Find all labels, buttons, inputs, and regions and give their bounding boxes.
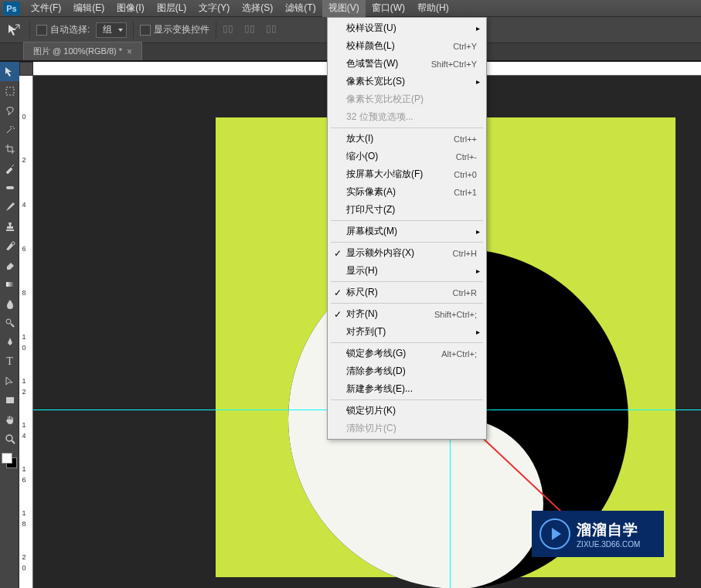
move-tool[interactable] (0, 62, 19, 81)
stamp-tool[interactable] (0, 216, 19, 236)
transform-controls-checkbox[interactable]: 显示变换控件 (140, 23, 209, 36)
history-brush-tool[interactable] (0, 236, 19, 255)
menu-item[interactable]: 屏幕模式(M) (328, 223, 486, 240)
menu-item[interactable]: 锁定切片(K) (328, 402, 486, 420)
menu-item[interactable]: 显示额外内容(X)Ctrl+H (328, 244, 486, 262)
ruler-label: 1 0 (20, 333, 28, 349)
menu-filter[interactable]: 滤镜(T) (279, 0, 322, 17)
ruler-label: 1 8 (20, 509, 28, 525)
menu-item-label: 缩小(O) (346, 150, 378, 163)
color-swatches[interactable] (0, 451, 19, 473)
menu-item[interactable]: 像素长宽比(S) (328, 73, 486, 90)
magic-wand-tool[interactable] (0, 120, 19, 139)
menu-item[interactable]: 色域警告(W)Shift+Ctrl+Y (328, 55, 486, 73)
ruler-label: 4 (20, 201, 28, 206)
menu-item[interactable]: 校样颜色(L)Ctrl+Y (328, 37, 486, 55)
menu-item-label: 实际像素(A) (346, 185, 396, 199)
svg-line-8 (12, 440, 15, 444)
watermark-title: 溜溜自学 (577, 520, 640, 540)
svg-point-11 (434, 480, 482, 528)
align-icon[interactable]: ▯▯ (223, 23, 238, 37)
menu-item[interactable]: 标尺(R)Ctrl+R (328, 284, 486, 301)
align-icon[interactable]: ▯▯ (266, 23, 281, 37)
menu-window[interactable]: 窗口(W) (366, 0, 411, 17)
menu-edit[interactable]: 编辑(E) (67, 0, 111, 17)
menu-item[interactable]: 清除参考线(D) (328, 362, 486, 380)
menu-file[interactable]: 文件(F) (25, 0, 67, 17)
close-icon[interactable]: × (127, 46, 132, 57)
ruler-label: 6 (20, 245, 28, 250)
rectangle-tool[interactable] (0, 390, 19, 410)
lasso-tool[interactable] (0, 100, 19, 120)
align-icon[interactable]: ▯▯ (244, 23, 260, 37)
menu-item[interactable]: 对齐到(T) (328, 323, 486, 341)
menu-item: 32 位预览选项... (328, 108, 486, 126)
menu-item[interactable]: 显示(H) (328, 262, 486, 280)
menu-item-label: 按屏幕大小缩放(F) (346, 168, 423, 181)
svg-rect-0 (6, 87, 14, 95)
menu-item[interactable]: 实际像素(A)Ctrl+1 (328, 183, 486, 201)
auto-select-checkbox[interactable]: 自动选择: (36, 23, 90, 36)
menu-item[interactable]: 锁定参考线(G)Alt+Ctrl+; (328, 345, 486, 362)
eyedropper-tool[interactable] (0, 158, 19, 178)
menu-item-shortcut: Ctrl+H (453, 249, 477, 258)
group-select[interactable]: 组 (96, 22, 127, 38)
type-tool[interactable]: T (0, 352, 19, 371)
blur-tool[interactable] (0, 294, 19, 313)
ruler-vertical[interactable]: 0 2 4 6 8 1 0 1 2 1 4 1 6 1 8 2 0 (19, 76, 33, 588)
ruler-origin[interactable] (19, 62, 33, 76)
menu-item-shortcut: Ctrl+R (453, 288, 477, 297)
dodge-tool[interactable] (0, 313, 19, 332)
crop-tool[interactable] (0, 139, 19, 158)
svg-rect-6 (6, 397, 14, 403)
marquee-tool[interactable] (0, 81, 19, 100)
menu-item[interactable]: 放大(I)Ctrl++ (328, 130, 486, 148)
svg-point-2 (12, 242, 15, 245)
menu-item[interactable]: 新建参考线(E)... (328, 380, 486, 398)
document-tab[interactable]: 图片 @ 100%(RGB/8) * × (23, 42, 142, 60)
menu-item-shortcut: Ctrl++ (454, 134, 477, 144)
menu-item[interactable]: 对齐(N)Shift+Ctrl+; (328, 305, 486, 323)
menu-separator (331, 303, 483, 304)
menu-image[interactable]: 图像(I) (111, 0, 150, 17)
foreground-swatch[interactable] (2, 453, 12, 464)
zoom-tool[interactable] (0, 429, 19, 448)
play-icon (539, 518, 570, 549)
menu-item-shortcut: Shift+Ctrl+Y (431, 59, 477, 69)
menu-item-label: 清除参考线(D) (346, 365, 406, 378)
menu-item[interactable]: 校样设置(U) (328, 19, 486, 37)
menu-separator (331, 127, 483, 128)
gradient-tool[interactable] (0, 274, 19, 294)
hand-tool[interactable] (0, 410, 19, 429)
menu-item-shortcut: Ctrl+0 (454, 170, 477, 179)
menu-separator (331, 281, 483, 282)
document-tab-label: 图片 @ 100%(RGB/8) * (33, 46, 122, 57)
eraser-tool[interactable] (0, 255, 19, 274)
divider (133, 22, 134, 39)
menu-item-shortcut: Shift+Ctrl+; (434, 310, 477, 319)
ruler-label: 1 4 (20, 421, 28, 437)
menu-item: 清除切片(C) (328, 420, 486, 437)
menu-select[interactable]: 选择(S) (236, 0, 279, 17)
menu-item[interactable]: 按屏幕大小缩放(F)Ctrl+0 (328, 165, 486, 183)
brush-tool[interactable] (0, 197, 19, 216)
ruler-label: 0 (20, 113, 28, 118)
healing-brush-tool[interactable] (0, 178, 19, 197)
menu-item[interactable]: 打印尺寸(Z) (328, 201, 486, 219)
path-selection-tool[interactable] (0, 371, 19, 390)
pen-tool[interactable] (0, 332, 19, 352)
toolbox: T (0, 62, 19, 588)
watermark-subtitle: ZIXUE.3D66.COM (577, 540, 640, 549)
menu-item[interactable]: 缩小(O)Ctrl+- (328, 148, 486, 165)
svg-rect-1 (6, 186, 14, 189)
menu-help[interactable]: 帮助(H) (411, 0, 455, 17)
menu-item-label: 对齐到(T) (346, 325, 386, 338)
menu-item-label: 新建参考线(E)... (346, 382, 413, 396)
menu-item-shortcut: Ctrl+Y (453, 42, 477, 51)
menu-type[interactable]: 文字(Y) (192, 0, 236, 17)
menu-item-label: 像素长宽比校正(P) (346, 93, 424, 106)
menu-item: 像素长宽比校正(P) (328, 90, 486, 108)
menu-view[interactable]: 视图(V) (322, 0, 366, 17)
menu-item-label: 锁定切片(K) (346, 404, 396, 417)
menu-layer[interactable]: 图层(L) (151, 0, 193, 17)
